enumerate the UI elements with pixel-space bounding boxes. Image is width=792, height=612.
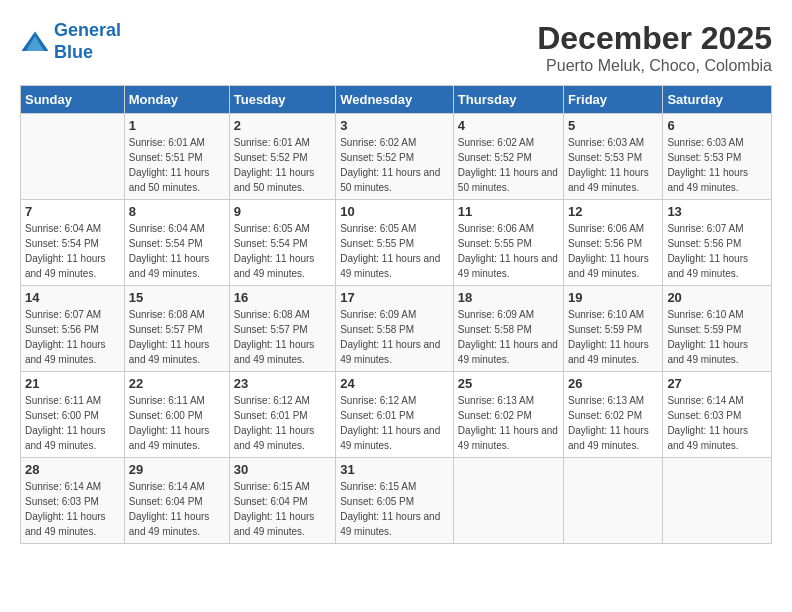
day-detail: Sunrise: 6:15 AMSunset: 6:04 PMDaylight:… (234, 479, 331, 539)
subtitle: Puerto Meluk, Choco, Colombia (537, 57, 772, 75)
day-cell: 5Sunrise: 6:03 AMSunset: 5:53 PMDaylight… (564, 114, 663, 200)
day-cell: 28Sunrise: 6:14 AMSunset: 6:03 PMDayligh… (21, 458, 125, 544)
day-number: 25 (458, 376, 559, 391)
day-detail: Sunrise: 6:10 AMSunset: 5:59 PMDaylight:… (667, 307, 767, 367)
day-cell: 18Sunrise: 6:09 AMSunset: 5:58 PMDayligh… (453, 286, 563, 372)
day-detail: Sunrise: 6:03 AMSunset: 5:53 PMDaylight:… (568, 135, 658, 195)
logo: General Blue (20, 20, 121, 63)
day-cell: 6Sunrise: 6:03 AMSunset: 5:53 PMDaylight… (663, 114, 772, 200)
day-cell: 13Sunrise: 6:07 AMSunset: 5:56 PMDayligh… (663, 200, 772, 286)
day-detail: Sunrise: 6:04 AMSunset: 5:54 PMDaylight:… (25, 221, 120, 281)
day-number: 2 (234, 118, 331, 133)
logo-text: General Blue (54, 20, 121, 63)
day-number: 17 (340, 290, 449, 305)
day-cell: 30Sunrise: 6:15 AMSunset: 6:04 PMDayligh… (229, 458, 335, 544)
day-detail: Sunrise: 6:13 AMSunset: 6:02 PMDaylight:… (458, 393, 559, 453)
day-cell: 9Sunrise: 6:05 AMSunset: 5:54 PMDaylight… (229, 200, 335, 286)
day-cell: 17Sunrise: 6:09 AMSunset: 5:58 PMDayligh… (336, 286, 454, 372)
day-cell: 2Sunrise: 6:01 AMSunset: 5:52 PMDaylight… (229, 114, 335, 200)
day-cell (453, 458, 563, 544)
day-number: 19 (568, 290, 658, 305)
col-tuesday: Tuesday (229, 86, 335, 114)
day-detail: Sunrise: 6:04 AMSunset: 5:54 PMDaylight:… (129, 221, 225, 281)
week-row-3: 21Sunrise: 6:11 AMSunset: 6:00 PMDayligh… (21, 372, 772, 458)
day-number: 29 (129, 462, 225, 477)
logo-icon (20, 30, 50, 54)
day-detail: Sunrise: 6:14 AMSunset: 6:04 PMDaylight:… (129, 479, 225, 539)
day-cell (663, 458, 772, 544)
day-detail: Sunrise: 6:05 AMSunset: 5:54 PMDaylight:… (234, 221, 331, 281)
day-cell: 31Sunrise: 6:15 AMSunset: 6:05 PMDayligh… (336, 458, 454, 544)
day-cell: 12Sunrise: 6:06 AMSunset: 5:56 PMDayligh… (564, 200, 663, 286)
day-number: 22 (129, 376, 225, 391)
day-cell: 1Sunrise: 6:01 AMSunset: 5:51 PMDaylight… (124, 114, 229, 200)
day-detail: Sunrise: 6:01 AMSunset: 5:52 PMDaylight:… (234, 135, 331, 195)
day-detail: Sunrise: 6:03 AMSunset: 5:53 PMDaylight:… (667, 135, 767, 195)
day-detail: Sunrise: 6:02 AMSunset: 5:52 PMDaylight:… (340, 135, 449, 195)
day-number: 28 (25, 462, 120, 477)
day-number: 11 (458, 204, 559, 219)
day-detail: Sunrise: 6:07 AMSunset: 5:56 PMDaylight:… (25, 307, 120, 367)
header-row: Sunday Monday Tuesday Wednesday Thursday… (21, 86, 772, 114)
col-wednesday: Wednesday (336, 86, 454, 114)
day-cell (564, 458, 663, 544)
main-title: December 2025 (537, 20, 772, 57)
day-number: 9 (234, 204, 331, 219)
day-number: 23 (234, 376, 331, 391)
page-header: General Blue December 2025 Puerto Meluk,… (20, 20, 772, 75)
col-monday: Monday (124, 86, 229, 114)
day-cell: 8Sunrise: 6:04 AMSunset: 5:54 PMDaylight… (124, 200, 229, 286)
day-detail: Sunrise: 6:10 AMSunset: 5:59 PMDaylight:… (568, 307, 658, 367)
day-number: 12 (568, 204, 658, 219)
day-number: 14 (25, 290, 120, 305)
day-number: 10 (340, 204, 449, 219)
day-cell: 22Sunrise: 6:11 AMSunset: 6:00 PMDayligh… (124, 372, 229, 458)
day-detail: Sunrise: 6:11 AMSunset: 6:00 PMDaylight:… (25, 393, 120, 453)
day-detail: Sunrise: 6:14 AMSunset: 6:03 PMDaylight:… (25, 479, 120, 539)
day-cell: 4Sunrise: 6:02 AMSunset: 5:52 PMDaylight… (453, 114, 563, 200)
day-cell: 24Sunrise: 6:12 AMSunset: 6:01 PMDayligh… (336, 372, 454, 458)
day-cell: 23Sunrise: 6:12 AMSunset: 6:01 PMDayligh… (229, 372, 335, 458)
day-number: 20 (667, 290, 767, 305)
day-detail: Sunrise: 6:09 AMSunset: 5:58 PMDaylight:… (458, 307, 559, 367)
day-cell: 26Sunrise: 6:13 AMSunset: 6:02 PMDayligh… (564, 372, 663, 458)
day-cell: 20Sunrise: 6:10 AMSunset: 5:59 PMDayligh… (663, 286, 772, 372)
calendar-table: Sunday Monday Tuesday Wednesday Thursday… (20, 85, 772, 544)
day-detail: Sunrise: 6:11 AMSunset: 6:00 PMDaylight:… (129, 393, 225, 453)
day-detail: Sunrise: 6:02 AMSunset: 5:52 PMDaylight:… (458, 135, 559, 195)
day-detail: Sunrise: 6:09 AMSunset: 5:58 PMDaylight:… (340, 307, 449, 367)
day-detail: Sunrise: 6:12 AMSunset: 6:01 PMDaylight:… (340, 393, 449, 453)
day-number: 4 (458, 118, 559, 133)
day-detail: Sunrise: 6:12 AMSunset: 6:01 PMDaylight:… (234, 393, 331, 453)
day-number: 8 (129, 204, 225, 219)
day-number: 5 (568, 118, 658, 133)
week-row-2: 14Sunrise: 6:07 AMSunset: 5:56 PMDayligh… (21, 286, 772, 372)
day-detail: Sunrise: 6:08 AMSunset: 5:57 PMDaylight:… (234, 307, 331, 367)
day-number: 24 (340, 376, 449, 391)
day-cell (21, 114, 125, 200)
day-detail: Sunrise: 6:13 AMSunset: 6:02 PMDaylight:… (568, 393, 658, 453)
day-cell: 16Sunrise: 6:08 AMSunset: 5:57 PMDayligh… (229, 286, 335, 372)
col-friday: Friday (564, 86, 663, 114)
day-number: 21 (25, 376, 120, 391)
day-detail: Sunrise: 6:05 AMSunset: 5:55 PMDaylight:… (340, 221, 449, 281)
day-number: 6 (667, 118, 767, 133)
day-number: 3 (340, 118, 449, 133)
day-number: 13 (667, 204, 767, 219)
title-area: December 2025 Puerto Meluk, Choco, Colom… (537, 20, 772, 75)
day-cell: 21Sunrise: 6:11 AMSunset: 6:00 PMDayligh… (21, 372, 125, 458)
day-number: 15 (129, 290, 225, 305)
day-number: 7 (25, 204, 120, 219)
col-sunday: Sunday (21, 86, 125, 114)
day-cell: 27Sunrise: 6:14 AMSunset: 6:03 PMDayligh… (663, 372, 772, 458)
day-number: 26 (568, 376, 658, 391)
col-saturday: Saturday (663, 86, 772, 114)
day-number: 18 (458, 290, 559, 305)
day-number: 30 (234, 462, 331, 477)
day-detail: Sunrise: 6:06 AMSunset: 5:55 PMDaylight:… (458, 221, 559, 281)
day-cell: 29Sunrise: 6:14 AMSunset: 6:04 PMDayligh… (124, 458, 229, 544)
day-cell: 19Sunrise: 6:10 AMSunset: 5:59 PMDayligh… (564, 286, 663, 372)
day-detail: Sunrise: 6:07 AMSunset: 5:56 PMDaylight:… (667, 221, 767, 281)
day-cell: 25Sunrise: 6:13 AMSunset: 6:02 PMDayligh… (453, 372, 563, 458)
day-cell: 3Sunrise: 6:02 AMSunset: 5:52 PMDaylight… (336, 114, 454, 200)
